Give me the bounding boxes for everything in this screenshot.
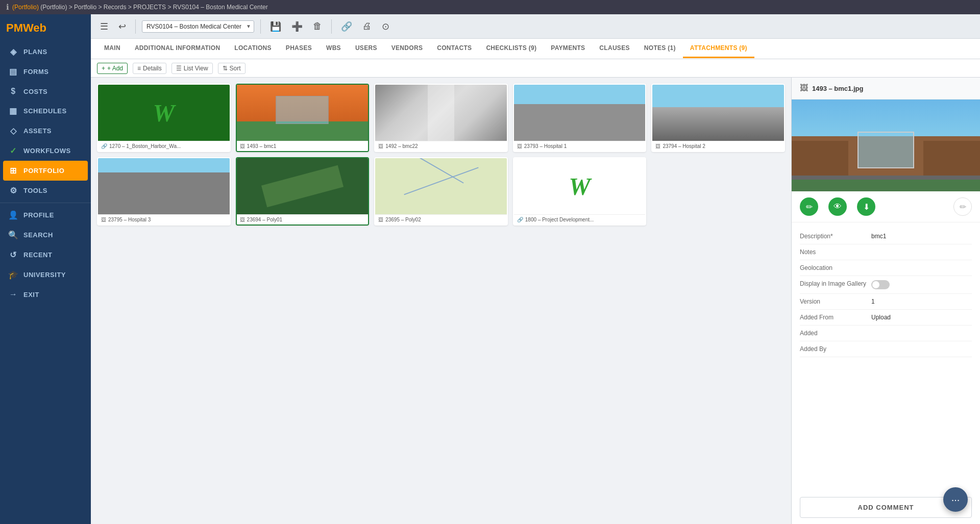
- record-select[interactable]: RVS0104 – Boston Medical Center: [142, 20, 254, 33]
- toggle-button[interactable]: ⊙: [379, 19, 393, 34]
- undo-button[interactable]: ↩: [115, 19, 129, 34]
- sidebar-item-portfolio[interactable]: ⊞ PORTFOLIO: [3, 161, 88, 181]
- tab-main[interactable]: MAIN: [97, 39, 128, 58]
- tab-users[interactable]: USERS: [348, 39, 384, 58]
- save-button[interactable]: 💾: [267, 19, 284, 34]
- gallery-toggle[interactable]: [871, 280, 890, 289]
- edit-button[interactable]: ✏: [800, 197, 818, 216]
- image-icon: 🖼: [517, 143, 522, 149]
- list-item[interactable]: 🖼 23795 – Hospital 3: [97, 157, 231, 226]
- add-button[interactable]: ➕: [288, 19, 306, 34]
- tab-wbs[interactable]: WBS: [319, 39, 348, 58]
- info-icon[interactable]: ℹ: [6, 3, 9, 12]
- list-item[interactable]: 🖼 23794 – Hospital 2: [651, 84, 785, 152]
- eraser-button[interactable]: ✏: [953, 197, 972, 216]
- tab-clauses[interactable]: CLAUSES: [592, 39, 636, 58]
- plans-icon: ◈: [8, 47, 18, 57]
- sidebar-item-forms[interactable]: ▤ FORMS: [0, 62, 91, 82]
- sidebar-item-search[interactable]: 🔍 SEARCH: [0, 225, 91, 245]
- detail-fields: Description* bmc1 Notes Geolocation Disp…: [792, 222, 980, 491]
- breadcrumb: (Portfolio) (Portfolio) > Portfolio > Re…: [12, 4, 268, 11]
- workflows-icon: ✓: [8, 146, 18, 156]
- tab-additional[interactable]: ADDITIONAL INFORMATION: [128, 39, 227, 58]
- gallery-grid: W 🔗 1270 – 1_Boston_Harbor_Wa... ✓: [97, 84, 785, 226]
- tab-phases[interactable]: PHASES: [279, 39, 319, 58]
- sort-button[interactable]: ⇅ Sort: [218, 63, 246, 74]
- sidebar-item-university[interactable]: 🎓 UNIVERSITY: [0, 265, 91, 285]
- sub-toolbar: + + Add ≡ Details ☰ List View ⇅ Sort: [91, 59, 980, 78]
- separator-2: [260, 19, 261, 34]
- details-icon: ≡: [137, 65, 141, 72]
- field-description: Description* bmc1: [800, 229, 972, 244]
- sidebar-item-schedules[interactable]: ▦ SCHEDULES: [0, 101, 91, 121]
- plus-icon: +: [102, 65, 105, 72]
- sidebar-item-tools[interactable]: ⚙ TOOLS: [0, 181, 91, 201]
- list-item[interactable]: 🖼 1492 – bmc22: [374, 84, 508, 152]
- tab-payments[interactable]: PAYMENTS: [544, 39, 592, 58]
- separator-1: [135, 19, 136, 34]
- detail-header: 🖼 1493 – bmc1.jpg: [792, 78, 980, 99]
- image-icon: 🖼: [378, 217, 383, 222]
- tab-attachments[interactable]: ATTACHMENTS (9): [683, 39, 754, 58]
- detail-panel: 🖼 1493 – bmc1.jpg: [791, 78, 980, 524]
- details-button[interactable]: ≡ Details: [133, 63, 166, 74]
- tab-notes[interactable]: NOTES (1): [637, 39, 683, 58]
- sidebar-item-workflows[interactable]: ✓ WORKFLOWS: [0, 141, 91, 161]
- detail-image-preview: [792, 99, 980, 191]
- portfolio-icon: ⊞: [8, 166, 18, 176]
- list-item[interactable]: 🖼 23695 – Poly02: [374, 157, 508, 226]
- sidebar-item-assets[interactable]: ◇ ASSETS: [0, 121, 91, 141]
- list-item[interactable]: ✓ 🖼 1493 – bmc1: [236, 84, 370, 152]
- tab-locations[interactable]: LOCATIONS: [227, 39, 278, 58]
- portfolio-link[interactable]: (Portfolio): [12, 4, 39, 11]
- link-button[interactable]: 🔗: [338, 19, 355, 34]
- gallery-item-label: 🖼 23695 – Poly02: [375, 214, 507, 224]
- download-button[interactable]: ⬇: [857, 197, 875, 216]
- field-display-gallery: Display in Image Gallery: [800, 276, 972, 294]
- field-added-from: Added From Upload: [800, 310, 972, 326]
- tab-checklists[interactable]: CHECKLISTS (9): [479, 39, 544, 58]
- sidebar-item-recent[interactable]: ↺ RECENT: [0, 245, 91, 265]
- fab-button[interactable]: ···: [943, 487, 968, 512]
- tab-vendors[interactable]: VENDORS: [384, 39, 430, 58]
- link-icon: 🔗: [101, 143, 107, 149]
- tab-contacts[interactable]: CONTACTS: [430, 39, 479, 58]
- view-button[interactable]: 👁: [828, 197, 847, 216]
- list-item[interactable]: W 🔗 1270 – 1_Boston_Harbor_Wa...: [97, 84, 231, 152]
- gallery-item-label: 🖼 1493 – bmc1: [237, 141, 369, 151]
- link-icon: 🔗: [517, 217, 523, 222]
- field-notes: Notes: [800, 244, 972, 260]
- assets-icon: ◇: [8, 126, 18, 136]
- gallery-item-label: 🖼 23694 – Poly01: [237, 214, 369, 224]
- exit-icon: →: [8, 290, 18, 299]
- sidebar-item-plans[interactable]: ◈ PLANS: [0, 42, 91, 62]
- menu-button[interactable]: ☰: [97, 19, 111, 34]
- description-value: bmc1: [871, 233, 972, 240]
- separator-3: [331, 19, 332, 34]
- field-version: Version 1: [800, 294, 972, 310]
- list-item[interactable]: W 🔗 1800 – Project Development...: [513, 157, 647, 226]
- list-view-button[interactable]: ☰ List View: [172, 63, 213, 74]
- tabs: MAIN ADDITIONAL INFORMATION LOCATIONS PH…: [91, 39, 980, 59]
- sidebar-item-exit[interactable]: → EXIT: [0, 285, 91, 304]
- image-icon: 🖼: [655, 143, 660, 149]
- gallery-item-label: 🖼 23795 – Hospital 3: [98, 214, 230, 224]
- list-item[interactable]: 🖼 23793 – Hospital 1: [513, 84, 647, 152]
- costs-icon: $: [8, 87, 18, 96]
- field-geolocation: Geolocation: [800, 260, 972, 276]
- logo: PMWeb: [0, 14, 91, 42]
- delete-button[interactable]: 🗑: [310, 19, 325, 34]
- sidebar-item-profile[interactable]: 👤 PROFILE: [0, 205, 91, 225]
- image-icon: 🖼: [378, 143, 383, 149]
- field-added: Added: [800, 326, 972, 341]
- gallery-panel: W 🔗 1270 – 1_Boston_Harbor_Wa... ✓: [91, 78, 791, 524]
- gallery-item-label: 🔗 1800 – Project Development...: [514, 214, 646, 224]
- image-icon: 🖼: [101, 217, 106, 222]
- print-button[interactable]: 🖨: [359, 19, 375, 34]
- list-item[interactable]: ✓ 🖼 23694 – Poly01: [236, 157, 370, 226]
- detail-actions: ✏ 👁 ⬇ ✏: [792, 191, 980, 222]
- search-icon: 🔍: [8, 230, 18, 240]
- forms-icon: ▤: [8, 67, 18, 77]
- sidebar-item-costs[interactable]: $ COSTS: [0, 82, 91, 101]
- add-attachment-button[interactable]: + + Add: [97, 63, 128, 74]
